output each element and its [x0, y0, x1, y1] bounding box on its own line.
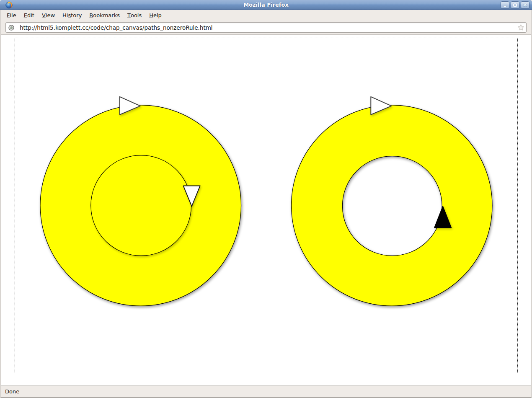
left-inner-circle [91, 155, 191, 256]
page-content [1, 35, 531, 385]
menu-item-history[interactable]: History [59, 10, 85, 21]
maximize-button[interactable] [511, 1, 519, 9]
site-identity-button[interactable] [6, 23, 17, 32]
globe-icon [8, 25, 14, 31]
statusbar: Done [1, 385, 531, 397]
menu-item-file[interactable]: File [3, 10, 20, 21]
menu-item-bookmarks[interactable]: Bookmarks [85, 10, 124, 21]
bookmark-star-button[interactable] [515, 23, 526, 32]
titlebar: Mozilla Firefox ✕ [0, 0, 532, 10]
close-icon: ✕ [523, 3, 527, 8]
window-title: Mozilla Firefox [0, 2, 532, 8]
close-button[interactable]: ✕ [521, 1, 529, 9]
menu-item-help[interactable]: Help [145, 10, 165, 21]
menubar: FileEditViewHistoryBookmarksToolsHelp [1, 10, 531, 21]
minimize-icon [503, 6, 507, 7]
nonzero-rule-figure [15, 38, 517, 373]
right-ring [291, 105, 492, 306]
window-body: FileEditViewHistoryBookmarksToolsHelp [0, 10, 532, 398]
html5-canvas [15, 38, 518, 373]
url-bar [5, 22, 527, 33]
maximize-icon [513, 3, 517, 7]
bookmark-star-icon [517, 24, 524, 31]
navigation-bar [1, 21, 531, 35]
menu-item-edit[interactable]: Edit [20, 10, 38, 21]
url-input[interactable] [17, 23, 515, 32]
menu-item-view[interactable]: View [38, 10, 59, 21]
menu-item-tools[interactable]: Tools [124, 10, 145, 21]
minimize-button[interactable] [501, 1, 509, 9]
browser-window: Mozilla Firefox ✕ FileEditViewHistoryBoo… [0, 0, 532, 398]
window-controls: ✕ [501, 1, 529, 9]
status-text: Done [5, 388, 19, 395]
